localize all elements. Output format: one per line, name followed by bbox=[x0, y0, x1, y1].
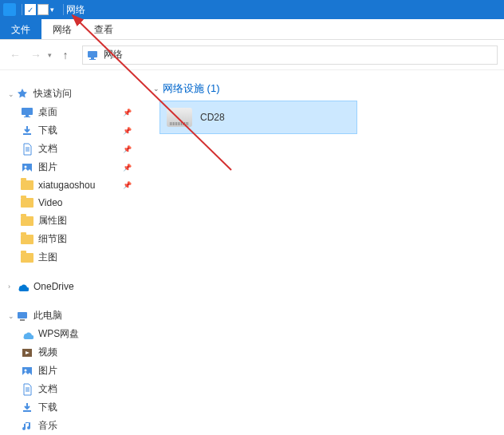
sidebar-item[interactable]: 文档📌 bbox=[0, 140, 136, 158]
picture-icon bbox=[21, 365, 33, 378]
chevron-icon: › bbox=[8, 283, 16, 291]
pin-icon: 📌 bbox=[123, 109, 131, 117]
sidebar-item-label: 桌面 bbox=[38, 105, 123, 119]
sidebar-item-label: 下载 bbox=[38, 124, 123, 137]
window-title: 网络 bbox=[66, 3, 85, 17]
address-text: 网络 bbox=[104, 48, 123, 61]
sidebar-item[interactable]: Video bbox=[0, 194, 136, 212]
svg-rect-9 bbox=[20, 319, 25, 321]
sidebar-item-label: 文档 bbox=[38, 142, 123, 156]
picture-icon bbox=[21, 161, 33, 174]
folder-icon bbox=[21, 196, 33, 209]
sidebar-item[interactable]: xiatugaoshou📌 bbox=[0, 176, 136, 194]
music-icon bbox=[21, 420, 33, 433]
video-icon bbox=[21, 346, 33, 359]
content-pane: ⌄ 网络设施 (1) CD28 bbox=[136, 70, 504, 435]
wps-icon bbox=[21, 328, 33, 341]
ribbon-tabs: 文件 网络 查看 bbox=[0, 19, 504, 40]
sidebar-group-label: OneDrive bbox=[33, 281, 74, 292]
pin-icon: 📌 bbox=[123, 164, 131, 172]
back-button[interactable]: ← bbox=[6, 46, 24, 64]
sidebar-item-label: 细节图 bbox=[38, 232, 136, 246]
forward-button[interactable]: → bbox=[27, 46, 45, 64]
sidebar-item-label: 下载 bbox=[38, 401, 136, 414]
navigation-bar: ← → ▾ ↑ 网络 bbox=[0, 40, 504, 70]
sidebar-item[interactable]: 桌面📌 bbox=[0, 103, 136, 121]
svg-rect-2 bbox=[89, 59, 96, 60]
sidebar-item[interactable]: 文档 bbox=[0, 380, 136, 398]
app-icon bbox=[3, 3, 16, 16]
folder-icon bbox=[21, 215, 33, 227]
svg-rect-0 bbox=[88, 51, 97, 57]
folder-icon bbox=[21, 251, 33, 264]
sidebar-item-label: 音乐 bbox=[38, 419, 136, 433]
sidebar-item[interactable]: WPS网盘 bbox=[0, 325, 136, 343]
sidebar: ⌄快速访问桌面📌下载📌文档📌图片📌xiatugaoshou📌Video属性图细节… bbox=[0, 70, 136, 435]
sidebar-item-label: 属性图 bbox=[38, 214, 136, 227]
svg-rect-1 bbox=[91, 57, 94, 59]
sidebar-item[interactable]: 主图 bbox=[0, 248, 136, 267]
sidebar-item-label: 主图 bbox=[38, 251, 136, 264]
download-icon bbox=[21, 125, 33, 137]
network-icon bbox=[86, 49, 99, 61]
sidebar-group-label: 快速访问 bbox=[33, 87, 72, 101]
sidebar-group-header[interactable]: ›OneDrive bbox=[0, 278, 136, 295]
sidebar-item-label: 图片 bbox=[38, 364, 136, 378]
desktop-icon bbox=[21, 106, 33, 119]
address-bar[interactable]: 网络 bbox=[82, 45, 498, 65]
qat-dropdown-icon[interactable]: ▾ bbox=[50, 6, 54, 14]
sidebar-item-label: xiatugaoshou bbox=[38, 180, 123, 191]
sidebar-item[interactable]: 图片 bbox=[0, 362, 136, 380]
tab-view[interactable]: 查看 bbox=[83, 19, 124, 39]
sidebar-group-header[interactable]: ⌄快速访问 bbox=[0, 85, 136, 103]
svg-point-12 bbox=[25, 369, 27, 371]
network-device[interactable]: CD28 bbox=[159, 101, 357, 134]
download-icon bbox=[21, 401, 33, 414]
folder-icon bbox=[21, 233, 33, 246]
sidebar-item-label: 图片 bbox=[38, 160, 123, 174]
sidebar-item[interactable]: 图片📌 bbox=[0, 158, 136, 176]
sidebar-item[interactable]: 细节图 bbox=[0, 230, 136, 248]
qat-checkbox-icon[interactable]: ✓ bbox=[25, 4, 36, 15]
title-bar: ✓ ▾ 网络 bbox=[0, 0, 504, 19]
pin-icon: 📌 bbox=[123, 181, 131, 189]
document-icon bbox=[21, 383, 33, 396]
sidebar-item[interactable]: 音乐 bbox=[0, 417, 136, 435]
pin-icon: 📌 bbox=[123, 145, 131, 153]
svg-rect-5 bbox=[24, 117, 30, 117]
device-label: CD28 bbox=[200, 112, 225, 123]
document-icon bbox=[21, 143, 33, 156]
svg-point-7 bbox=[25, 165, 27, 168]
sidebar-item-label: 视频 bbox=[38, 346, 136, 359]
chevron-down-icon: ⌄ bbox=[153, 85, 159, 93]
sidebar-item[interactable]: 下载📌 bbox=[0, 121, 136, 140]
folder-icon bbox=[21, 179, 33, 192]
tab-file[interactable]: 文件 bbox=[0, 19, 41, 39]
sidebar-item-label: WPS网盘 bbox=[38, 327, 136, 341]
thispc-icon bbox=[16, 310, 29, 322]
chevron-icon: ⌄ bbox=[8, 312, 16, 320]
sidebar-group-header[interactable]: ⌄此电脑 bbox=[0, 306, 136, 325]
sidebar-item[interactable]: 属性图 bbox=[0, 212, 136, 230]
body: ⌄快速访问桌面📌下载📌文档📌图片📌xiatugaoshou📌Video属性图细节… bbox=[0, 70, 504, 435]
sidebar-item-label: 文档 bbox=[38, 382, 136, 396]
up-button[interactable]: ↑ bbox=[57, 46, 74, 64]
svg-rect-4 bbox=[26, 115, 29, 117]
tab-network[interactable]: 网络 bbox=[41, 19, 83, 39]
qat-doc-icon[interactable] bbox=[37, 4, 49, 15]
sidebar-group-label: 此电脑 bbox=[33, 309, 62, 322]
pin-icon: 📌 bbox=[123, 127, 131, 135]
onedrive-icon bbox=[16, 280, 29, 293]
separator bbox=[22, 4, 22, 15]
svg-rect-8 bbox=[18, 312, 27, 318]
section-title: 网络设施 (1) bbox=[163, 81, 220, 96]
sidebar-item-label: Video bbox=[38, 197, 136, 208]
history-dropdown-icon[interactable]: ▾ bbox=[48, 51, 52, 59]
sidebar-item[interactable]: 视频 bbox=[0, 343, 136, 362]
svg-rect-3 bbox=[22, 108, 33, 115]
device-icon bbox=[167, 108, 192, 127]
separator bbox=[63, 4, 64, 15]
sidebar-item[interactable]: 下载 bbox=[0, 398, 136, 417]
section-header[interactable]: ⌄ 网络设施 (1) bbox=[147, 78, 493, 101]
chevron-icon: ⌄ bbox=[8, 90, 16, 98]
